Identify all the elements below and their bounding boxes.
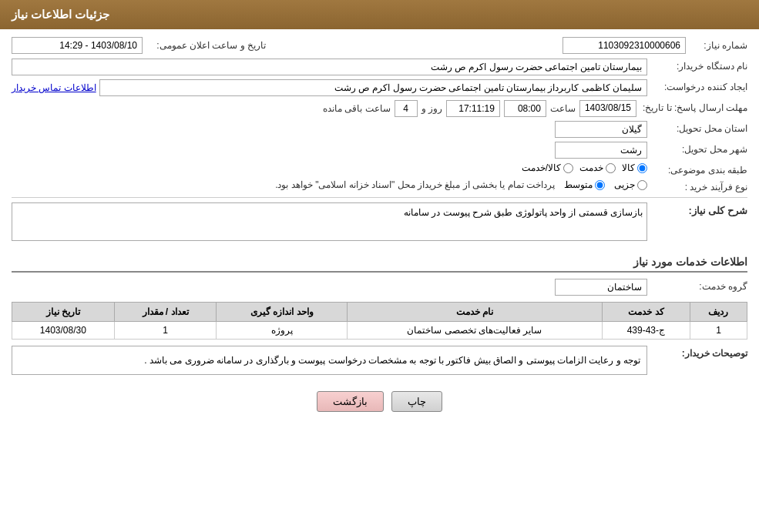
gorohe-khedmat-label: گروه خدمت:	[647, 279, 747, 292]
saet-value: 08:00	[504, 100, 546, 117]
shomara-niaz-value: 1103092310000606	[563, 37, 686, 54]
saet-label: ساعت	[550, 103, 576, 114]
time-value: 17:11:19	[446, 100, 500, 117]
cell-kod: ج-43-439	[602, 322, 690, 340]
radio-kala-khedmat[interactable]: کالا/خدمت	[522, 162, 573, 173]
baqi-mande-label: ساعت باقی مانده	[323, 103, 391, 114]
col-nam: نام خدمت	[348, 303, 603, 322]
services-table: ردیف کد خدمت نام خدمت واحد اندازه گیری ت…	[12, 302, 747, 340]
col-kod: کد خدمت	[602, 303, 690, 322]
roz-value: 4	[395, 100, 418, 117]
sharh-textarea[interactable]	[12, 202, 647, 241]
button-row: چاپ بازگشت	[12, 380, 747, 420]
col-radif: ردیف	[690, 303, 747, 322]
khidamat-heading: اطلاعات خدمات مورد نیاز	[12, 249, 747, 273]
nam-dastgah-label: نام دستگاه خریدار:	[647, 59, 747, 72]
col-vahed: واحد اندازه گیری	[217, 303, 348, 322]
radio-jozi[interactable]: جزیی	[614, 179, 647, 190]
radio-motavaset[interactable]: متوسط	[564, 179, 605, 190]
towsiyat-value: توجه و رعایت الزامات پیوستی و الصاق بیش …	[12, 346, 647, 375]
mohlet-label: مهلت ارسال پاسخ: تا تاریخ:	[636, 100, 747, 113]
shahr-value: رشت	[555, 142, 647, 159]
ijad-konande-label: ایجاد کننده درخواست:	[647, 79, 747, 92]
tarikh-aalan-value: 1403/08/10 - 14:29	[12, 37, 143, 54]
cell-nam: سایر فعالیت‌های تخصصی ساختمان	[348, 322, 603, 340]
page-header: جزئیات اطلاعات نیاز	[0, 0, 759, 29]
cell-tarikh: 1403/08/30	[12, 322, 115, 340]
cell-radif: 1	[690, 322, 747, 340]
back-button[interactable]: بازگشت	[317, 391, 384, 412]
radio-khedmat[interactable]: خدمت	[579, 162, 616, 173]
gorohe-khedmat-value: ساختمان	[555, 279, 647, 296]
sharh-label: شرح کلی نیاز:	[647, 202, 747, 216]
towsiyat-label: توصیحات خریدار:	[647, 346, 747, 359]
col-tarikh: تاریخ نیاز	[12, 303, 115, 322]
page-title: جزئیات اطلاعات نیاز	[12, 8, 109, 21]
services-table-section: ردیف کد خدمت نام خدمت واحد اندازه گیری ت…	[12, 302, 747, 340]
shahr-label: شهر محل تحویل:	[647, 142, 747, 155]
tarikh-value: 1403/08/15	[579, 100, 636, 117]
ostan-value: گیلان	[555, 121, 647, 138]
cell-tedad: 1	[114, 322, 217, 340]
farayand-note: پرداخت تمام یا بخشی از مبلغ خریداز محل "…	[275, 179, 555, 190]
print-button[interactable]: چاپ	[391, 391, 442, 412]
radio-kala[interactable]: کالا	[622, 162, 647, 173]
noe-farayand-label: نوع فرآیند خرید :	[647, 179, 747, 192]
cell-vahed: پروژه	[217, 322, 348, 340]
roz-label: روز و	[421, 103, 442, 114]
tarikh-aalan-label: تاریخ و ساعت اعلان عمومی:	[143, 40, 266, 51]
table-row: 1 ج-43-439 سایر فعالیت‌های تخصصی ساختمان…	[12, 322, 747, 340]
ostan-label: استان محل تحویل:	[647, 121, 747, 134]
ittelaat-tamas-link[interactable]: اطلاعات تماس خریدار	[12, 82, 96, 93]
nam-dastgah-value: بیمارستان تامین اجتماعی حضرت رسول اکرم ص…	[12, 59, 647, 75]
col-tedad: تعداد / مقدار	[114, 303, 217, 322]
shomara-niaz-label: شماره نیاز:	[686, 40, 747, 51]
ijad-konande-value: سلیمان کاظمی کاربرداز بیمارستان تامین اج…	[99, 79, 647, 96]
tabaqa-label: طبقه بندی موضوعی:	[647, 162, 747, 176]
